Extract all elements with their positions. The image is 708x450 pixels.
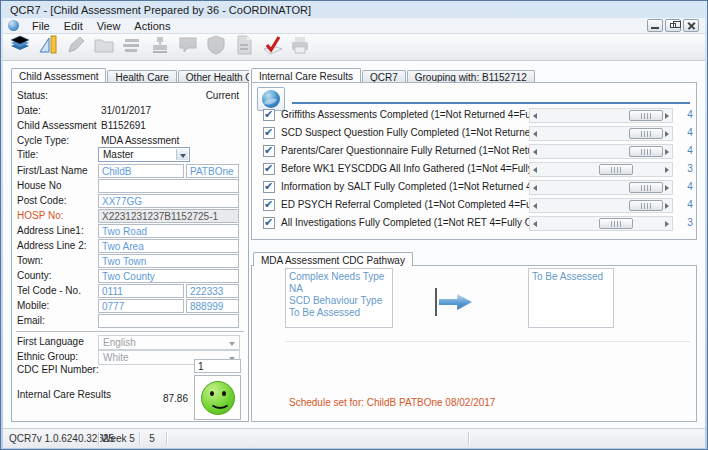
menu-file[interactable]: File <box>25 19 57 33</box>
internal-care-results-panel: Griffiths Assessments Completed (1=Not R… <box>251 82 697 240</box>
toolbar-button[interactable] <box>259 35 285 59</box>
count-indicator: 5 <box>139 433 165 444</box>
mobile-code-input[interactable] <box>98 299 184 313</box>
slider-thumb[interactable] <box>629 200 663 211</box>
cycle-type-label: Cycle Type: <box>17 135 69 146</box>
close-button[interactable] <box>683 19 699 32</box>
toolbar-button[interactable] <box>35 35 61 59</box>
pathway-line: SCD Behaviour Type <box>289 295 389 307</box>
divider <box>16 331 244 332</box>
toolbar-button[interactable] <box>203 35 229 59</box>
checklist-label: ED PSYCH Referral Completed (1=Not Compl… <box>281 199 561 210</box>
tel-number-input[interactable] <box>186 284 239 298</box>
checkbox[interactable] <box>263 199 275 211</box>
restore-button[interactable] <box>665 19 681 32</box>
slider-thumb[interactable] <box>599 164 633 175</box>
house-no-input[interactable] <box>98 179 239 193</box>
window-title: QCR7 - [Child Assessment Prepared by 36 … <box>10 4 311 16</box>
pathway-line: To Be Assessed <box>289 307 389 319</box>
post-code-input[interactable] <box>98 194 239 208</box>
slider-value: 4 <box>682 199 698 210</box>
approve-check-icon <box>261 35 283 59</box>
right-arrow-icon <box>439 294 472 310</box>
folder-icon <box>93 35 115 59</box>
schedule-text: Schedule set for: ChildB PATBOne 08/02/2… <box>289 397 495 408</box>
toolbar-button[interactable] <box>287 35 313 59</box>
mobile-label: Mobile: <box>17 300 49 311</box>
toolbar-button[interactable] <box>231 35 257 59</box>
slider-thumb[interactable] <box>629 182 663 193</box>
county-input[interactable] <box>98 269 239 283</box>
slider[interactable] <box>529 162 673 177</box>
tab-health-care[interactable]: Health Care <box>107 70 176 82</box>
checkbox[interactable] <box>263 109 275 121</box>
post-code-label: Post Code: <box>17 195 66 206</box>
email-input[interactable] <box>98 314 239 328</box>
last-name-input[interactable] <box>186 164 239 178</box>
toolbar-button[interactable] <box>91 35 117 59</box>
town-label: Town: <box>17 255 43 266</box>
slider-thumb[interactable] <box>599 218 633 229</box>
slider-thumb[interactable] <box>629 128 663 139</box>
tab-other-health-care[interactable]: Other Health Care <box>178 70 249 82</box>
title-select[interactable]: Master <box>98 147 190 162</box>
tab-mda-pathway[interactable]: MDA Assessment CDC Pathway <box>253 252 413 266</box>
checkbox[interactable] <box>263 127 275 139</box>
slider-value: 3 <box>682 217 698 228</box>
pathway-tabstrip: MDA Assessment CDC Pathway <box>253 250 693 266</box>
week-indicator: Week 5 <box>98 433 138 444</box>
checkbox[interactable] <box>263 145 275 157</box>
app-window: QCR7 - [Child Assessment Prepared by 36 … <box>0 0 708 450</box>
toolbar-button[interactable] <box>7 35 33 59</box>
slider[interactable] <box>529 108 673 123</box>
minimize-button[interactable] <box>647 19 663 32</box>
globe-icon <box>262 90 280 108</box>
tab-internal-care-results[interactable]: Internal Care Results <box>251 68 361 82</box>
slider-value: 3 <box>682 163 698 174</box>
tab-grouping[interactable]: Grouping with: B1152712 <box>407 70 535 82</box>
slider-thumb[interactable] <box>629 146 663 157</box>
slider[interactable] <box>529 198 673 213</box>
report-icon <box>233 35 255 59</box>
checklist-row: SCD Suspect Question Fully Completed (1=… <box>252 125 696 142</box>
slider[interactable] <box>529 126 673 141</box>
chevron-down-icon <box>226 337 238 348</box>
pathway-line: NA <box>289 283 389 295</box>
edit-icon <box>65 35 87 59</box>
slider[interactable] <box>529 180 673 195</box>
tab-qcr7[interactable]: QCR7 <box>362 70 406 82</box>
address-line2-input[interactable] <box>98 239 239 253</box>
chevron-down-icon[interactable] <box>176 149 188 160</box>
first-name-input[interactable] <box>98 164 184 178</box>
menu-actions[interactable]: Actions <box>127 19 177 33</box>
list-icon <box>121 35 143 59</box>
slider[interactable] <box>529 216 673 231</box>
toolbar-button[interactable] <box>175 35 201 59</box>
county-label: County: <box>17 270 51 281</box>
toolbar-button[interactable] <box>119 35 145 59</box>
tab-child-assessment[interactable]: Child Assessment <box>11 68 106 82</box>
email-label: Email: <box>17 315 45 326</box>
town-input[interactable] <box>98 254 239 268</box>
cdc-epi-number-input[interactable] <box>194 359 241 373</box>
checkbox[interactable] <box>263 217 275 229</box>
address-line1-input[interactable] <box>98 224 239 238</box>
checkbox[interactable] <box>263 163 275 175</box>
menu-edit[interactable]: Edit <box>57 19 90 33</box>
cdc-epi-number-label: CDC EPI Number: <box>17 364 99 375</box>
date-value: 31/01/2017 <box>101 105 151 116</box>
checkbox[interactable] <box>263 181 275 193</box>
slider-value: 4 <box>682 145 698 156</box>
toolbar-button[interactable] <box>63 35 89 59</box>
measure-icon <box>37 35 59 59</box>
app-icon <box>8 20 19 31</box>
menu-view[interactable]: View <box>90 19 128 33</box>
slider-thumb[interactable] <box>629 110 663 121</box>
mobile-number-input[interactable] <box>186 299 239 313</box>
checklist-row: All Investigations Fully Completed (1=No… <box>252 215 696 232</box>
tel-code-input[interactable] <box>98 284 184 298</box>
slider[interactable] <box>529 144 673 159</box>
toolbar <box>3 34 705 61</box>
status-bar: QCR7v 1.0.6240.32625 Week 5 5 <box>3 428 705 448</box>
toolbar-button[interactable] <box>147 35 173 59</box>
